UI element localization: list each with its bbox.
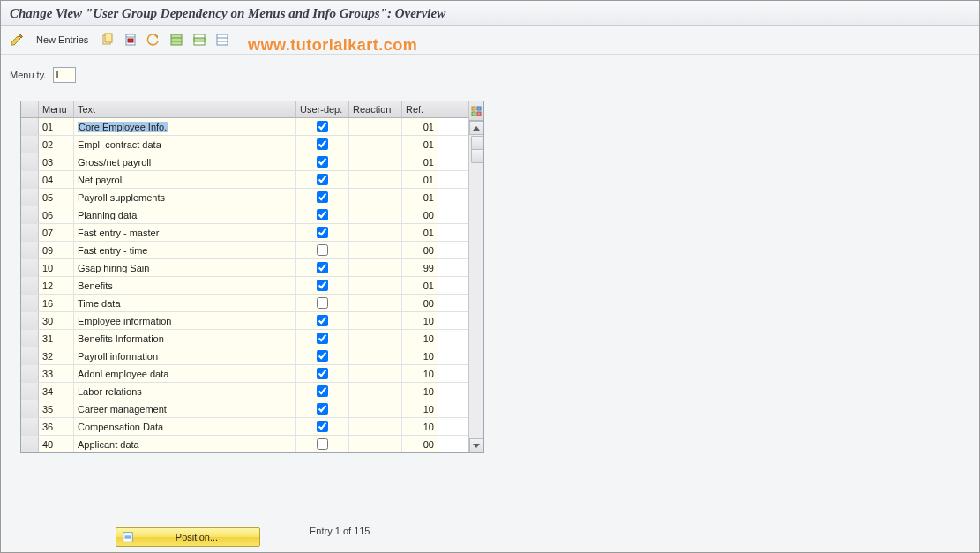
cell-user-dep[interactable]	[296, 418, 349, 435]
cell-menu[interactable]: 07	[39, 224, 74, 241]
row-selector[interactable]	[21, 153, 39, 170]
cell-reaction[interactable]	[349, 224, 402, 241]
user-dep-checkbox[interactable]	[317, 280, 328, 291]
cell-menu[interactable]: 33	[39, 365, 74, 382]
cell-user-dep[interactable]	[296, 242, 349, 258]
user-dep-checkbox[interactable]	[317, 209, 328, 220]
cell-menu[interactable]: 34	[39, 383, 74, 400]
cell-reaction[interactable]	[349, 277, 402, 294]
scroll-thumb[interactable]	[471, 136, 483, 150]
cell-text[interactable]: Net payroll	[74, 171, 296, 188]
user-dep-checkbox[interactable]	[317, 403, 328, 415]
row-selector[interactable]	[21, 171, 39, 188]
row-selector[interactable]	[21, 242, 39, 258]
cell-menu[interactable]: 12	[39, 277, 74, 294]
cell-text[interactable]: Gross/net payroll	[74, 153, 296, 170]
cell-text[interactable]: Labor relations	[74, 383, 296, 400]
cell-text[interactable]: Career management	[74, 400, 296, 417]
cell-user-dep[interactable]	[296, 136, 349, 153]
copy-as-icon[interactable]	[99, 31, 116, 49]
cell-menu[interactable]: 32	[39, 347, 74, 364]
cell-text[interactable]: Payroll information	[74, 347, 296, 364]
cell-user-dep[interactable]	[296, 171, 349, 188]
cell-user-dep[interactable]	[296, 365, 349, 382]
cell-user-dep[interactable]	[296, 400, 349, 417]
cell-ref[interactable]: 10	[402, 365, 438, 382]
cell-user-dep[interactable]	[296, 277, 349, 294]
cell-user-dep[interactable]	[296, 189, 349, 206]
cell-text[interactable]: Addnl employee data	[74, 365, 296, 382]
user-dep-checkbox[interactable]	[317, 333, 328, 344]
table-settings-icon[interactable]	[469, 101, 483, 121]
cell-text[interactable]: Payroll supplements	[74, 189, 296, 206]
user-dep-checkbox[interactable]	[317, 421, 328, 432]
cell-ref[interactable]: 10	[402, 347, 438, 364]
cell-user-dep[interactable]	[296, 153, 349, 170]
cell-menu[interactable]: 09	[39, 242, 74, 258]
cell-ref[interactable]: 10	[402, 330, 438, 347]
cell-reaction[interactable]	[349, 118, 402, 135]
cell-menu[interactable]: 36	[39, 418, 74, 435]
cell-user-dep[interactable]	[296, 259, 349, 276]
cell-reaction[interactable]	[349, 136, 402, 153]
cell-reaction[interactable]	[349, 436, 402, 452]
cell-menu[interactable]: 06	[39, 206, 74, 223]
cell-menu[interactable]: 31	[39, 330, 74, 347]
user-dep-checkbox[interactable]	[317, 262, 328, 273]
cell-text[interactable]: Fast entry - time	[74, 242, 296, 258]
cell-menu[interactable]: 35	[39, 400, 74, 417]
cell-text[interactable]: Time data	[74, 295, 296, 311]
row-selector[interactable]	[21, 259, 39, 276]
row-selector[interactable]	[21, 400, 39, 417]
cell-ref[interactable]: 01	[402, 277, 438, 294]
user-dep-checkbox[interactable]	[317, 350, 328, 362]
row-selector[interactable]	[21, 330, 39, 347]
cell-user-dep[interactable]	[296, 436, 349, 452]
cell-menu[interactable]: 03	[39, 153, 74, 170]
user-dep-checkbox[interactable]	[317, 138, 328, 150]
cell-ref[interactable]: 00	[402, 242, 438, 258]
cell-user-dep[interactable]	[296, 206, 349, 223]
cell-ref[interactable]: 10	[402, 418, 438, 435]
cell-text[interactable]: Empl. contract data	[74, 136, 296, 153]
user-dep-checkbox[interactable]	[317, 174, 328, 185]
cell-user-dep[interactable]	[296, 295, 349, 311]
row-selector[interactable]	[21, 347, 39, 364]
cell-reaction[interactable]	[349, 171, 402, 188]
user-dep-checkbox[interactable]	[317, 385, 328, 397]
cell-menu[interactable]: 30	[39, 312, 74, 329]
cell-ref[interactable]: 01	[402, 189, 438, 206]
user-dep-checkbox[interactable]	[317, 244, 328, 256]
select-all-icon[interactable]	[168, 31, 185, 49]
scroll-up-button[interactable]	[469, 121, 483, 135]
vertical-scrollbar[interactable]	[469, 121, 483, 452]
scroll-down-button[interactable]	[469, 438, 483, 452]
col-ref[interactable]: Ref.	[402, 101, 438, 117]
row-selector[interactable]	[21, 312, 39, 329]
delete-icon[interactable]	[122, 31, 139, 49]
cell-text[interactable]: Fast entry - master	[74, 224, 296, 241]
cell-user-dep[interactable]	[296, 312, 349, 329]
cell-reaction[interactable]	[349, 153, 402, 170]
user-dep-checkbox[interactable]	[317, 191, 328, 203]
user-dep-checkbox[interactable]	[317, 315, 328, 326]
cell-menu[interactable]: 40	[39, 436, 74, 452]
cell-ref[interactable]: 01	[402, 224, 438, 241]
user-dep-checkbox[interactable]	[317, 156, 328, 168]
row-selector[interactable]	[21, 224, 39, 241]
cell-text[interactable]: Gsap hiring Sain	[74, 259, 296, 276]
cell-text[interactable]: Benefits	[74, 277, 296, 294]
row-selector[interactable]	[21, 365, 39, 382]
cell-user-dep[interactable]	[296, 118, 349, 135]
row-selector[interactable]	[21, 189, 39, 206]
cell-ref[interactable]: 10	[402, 383, 438, 400]
cell-ref[interactable]: 00	[402, 206, 438, 223]
cell-ref[interactable]: 10	[402, 400, 438, 417]
row-selector[interactable]	[21, 383, 39, 400]
cell-ref[interactable]: 00	[402, 295, 438, 311]
cell-user-dep[interactable]	[296, 383, 349, 400]
user-dep-checkbox[interactable]	[317, 368, 328, 379]
cell-ref[interactable]: 00	[402, 436, 438, 452]
cell-text[interactable]: Applicant data	[74, 436, 296, 452]
cell-user-dep[interactable]	[296, 224, 349, 241]
